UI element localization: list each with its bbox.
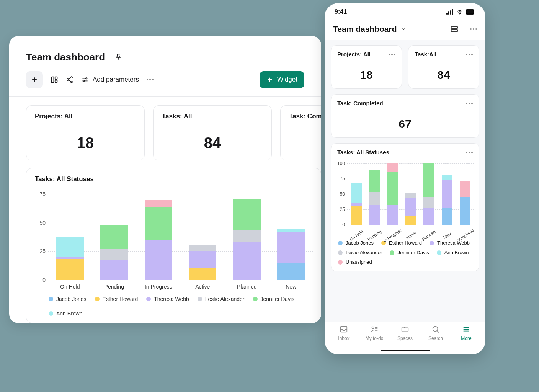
- legend-item[interactable]: Jacob Jones: [49, 296, 87, 302]
- mobile-titlebar: Team dashboard: [325, 21, 485, 40]
- card-menu-icon[interactable]: [389, 54, 395, 55]
- desktop-chart-card: Tasks: All Statuses 0255075On HoldPendin…: [26, 168, 321, 323]
- add-button[interactable]: [26, 71, 43, 88]
- svg-point-18: [372, 327, 374, 329]
- list-view-icon[interactable]: [450, 25, 459, 33]
- sliders-icon: [81, 76, 89, 83]
- ellipsis-icon: [147, 79, 154, 80]
- page-title: Team dashboard: [333, 24, 397, 34]
- stat-card-title: Tasks: All: [154, 106, 271, 127]
- nav-item-more[interactable]: More: [451, 325, 482, 354]
- nav-label: More: [461, 336, 471, 341]
- svg-point-5: [71, 81, 72, 83]
- share-button[interactable]: [66, 71, 74, 88]
- stat-card-title: Projects: All: [337, 51, 371, 57]
- chart-title: Tasks: All Statuses: [337, 149, 389, 155]
- plus-icon: [266, 76, 273, 83]
- legend-color-dot: [198, 297, 202, 301]
- legend-label: Leslie Alexander: [205, 296, 245, 302]
- legend-label: Jacob Jones: [56, 296, 87, 302]
- svg-rect-0: [52, 77, 54, 83]
- card-menu-icon[interactable]: [466, 152, 473, 153]
- desktop-window: Team dashboard Add parameters Widget Pro…: [9, 36, 321, 323]
- more-icon[interactable]: [470, 28, 477, 30]
- card-menu-icon[interactable]: [466, 103, 473, 104]
- svg-rect-9: [448, 11, 449, 15]
- legend-label: Ann Brown: [56, 310, 82, 317]
- nav-label: Inbox: [338, 336, 349, 341]
- stat-card-title: Projects: All: [26, 106, 144, 127]
- mobile-stat-row: Projects: All 18 Task:All 84: [331, 45, 479, 94]
- legend-color-dot: [253, 297, 258, 301]
- legend-color-dot: [95, 297, 100, 301]
- legend-label: Ann Brown: [444, 250, 469, 255]
- plus-icon: [31, 76, 38, 83]
- widget-button[interactable]: Widget: [260, 71, 304, 88]
- stat-card-head: Task:All: [408, 46, 479, 63]
- stat-card-tasks-all[interactable]: Tasks: All 84: [153, 105, 272, 160]
- stat-card-title: Task: Completed: [281, 106, 321, 127]
- legend-item[interactable]: Jennifer Davis: [253, 296, 295, 302]
- legend-item[interactable]: Theresa Webb: [146, 296, 189, 302]
- wifi-icon: [456, 9, 463, 15]
- stat-card-title: Task: Completed: [337, 100, 383, 106]
- stat-card-task-completed[interactable]: Task: Completed 67: [331, 94, 479, 138]
- stat-card-value: 84: [154, 127, 271, 160]
- search-icon: [431, 325, 440, 333]
- legend-color-dot: [338, 250, 343, 255]
- svg-rect-13: [467, 10, 474, 14]
- pin-icon: [114, 53, 122, 61]
- svg-rect-2: [55, 80, 57, 83]
- status-icons: [446, 9, 475, 15]
- page-title: Team dashboard: [26, 51, 105, 63]
- chart-legend: Jacob Jones Esther Howard Theresa Webb L…: [26, 294, 321, 323]
- chart-plot-area: 0255075On HoldPendingIn ProgressActivePl…: [48, 194, 313, 280]
- status-time: 9:41: [335, 8, 347, 15]
- svg-rect-10: [450, 10, 451, 15]
- pin-button[interactable]: [111, 50, 126, 64]
- layout-button[interactable]: [51, 71, 58, 88]
- battery-icon: [466, 9, 475, 15]
- home-indicator: [381, 350, 430, 351]
- legend-color-dot: [146, 297, 151, 301]
- mobile-stat-row-2: Task: Completed 67: [331, 94, 479, 138]
- stat-card-projects-all[interactable]: Projects: All 18: [331, 45, 402, 89]
- stat-card-task-completed[interactable]: Task: Completed 67: [280, 105, 321, 160]
- stat-card-tasks-all[interactable]: Task:All 84: [408, 45, 479, 89]
- svg-rect-16: [451, 30, 458, 32]
- legend-label: Jennifer Davis: [261, 296, 295, 302]
- mobile-window: 9:41 Team dashboard Projects: All 18 Tas…: [325, 3, 485, 354]
- svg-rect-14: [475, 11, 475, 13]
- stat-card-projects-all[interactable]: Projects: All 18: [26, 105, 145, 160]
- add-parameters-label: Add parameters: [93, 76, 139, 83]
- mobile-content[interactable]: Projects: All 18 Task:All 84 Task: Compl…: [325, 40, 485, 322]
- widget-label: Widget: [277, 76, 297, 83]
- stat-card-head: Projects: All: [331, 46, 402, 63]
- chevron-down-icon[interactable]: [400, 26, 407, 32]
- svg-point-4: [67, 79, 69, 80]
- stat-card-value: 18: [26, 127, 144, 160]
- stat-card-title: Task:All: [415, 51, 436, 57]
- legend-label: Esther Howard: [103, 296, 138, 302]
- legend-item[interactable]: Leslie Alexander: [198, 296, 245, 302]
- layout-icon: [51, 76, 58, 83]
- stat-card-head: Task: Completed: [331, 95, 479, 112]
- svg-rect-11: [452, 9, 453, 15]
- nav-label: Search: [428, 336, 443, 341]
- share-icon: [66, 76, 74, 83]
- nav-label: My to-do: [366, 336, 384, 341]
- chart-title-row: Tasks: All Statuses: [331, 144, 479, 161]
- chart-body: 0255075On HoldPendingIn ProgressActivePl…: [26, 190, 321, 294]
- card-menu-icon[interactable]: [466, 54, 473, 55]
- stat-card-value: 18: [331, 63, 402, 88]
- svg-point-3: [71, 77, 72, 78]
- legend-item[interactable]: Ann Brown: [49, 310, 82, 317]
- add-parameters-button[interactable]: Add parameters: [81, 71, 139, 88]
- svg-rect-1: [55, 77, 57, 80]
- legend-color-dot: [49, 297, 53, 301]
- mobile-status-bar: 9:41: [325, 3, 485, 21]
- svg-point-19: [433, 327, 438, 332]
- nav-item-inbox[interactable]: Inbox: [328, 325, 359, 354]
- legend-item[interactable]: Esther Howard: [95, 296, 138, 302]
- more-button[interactable]: [147, 71, 154, 88]
